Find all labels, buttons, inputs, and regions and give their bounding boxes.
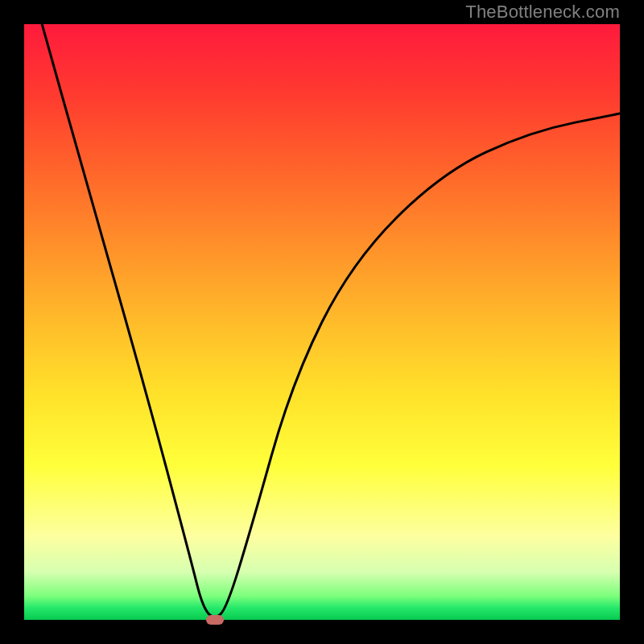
- chart-frame: TheBottleneck.com: [0, 0, 644, 644]
- bottleneck-curve: [42, 24, 620, 617]
- optimum-marker: [206, 615, 224, 625]
- plot-area: [24, 24, 620, 620]
- watermark-text: TheBottleneck.com: [465, 2, 620, 23]
- curve-svg: [24, 24, 620, 620]
